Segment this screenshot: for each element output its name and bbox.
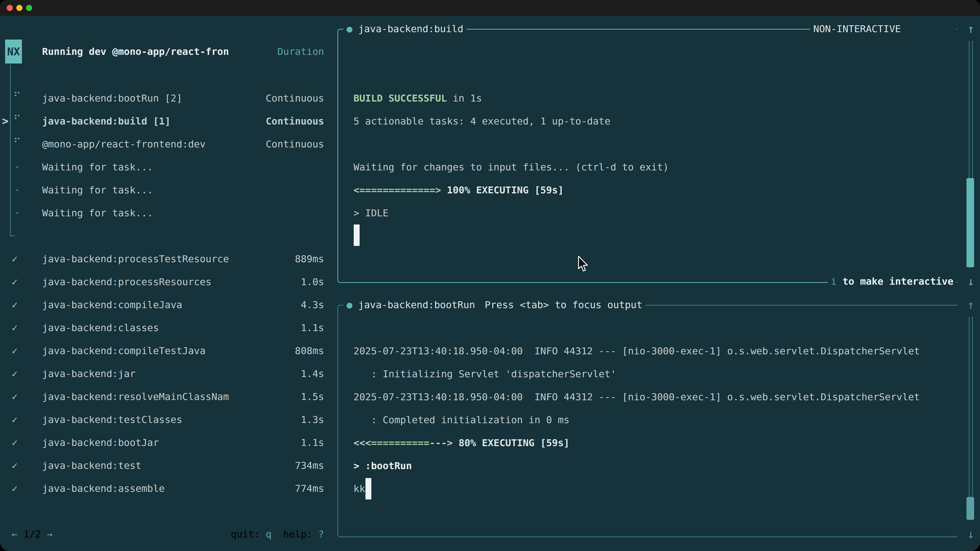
terminal-window: NX Running dev @mono-app/react-fron Dura… bbox=[0, 0, 980, 551]
scroll-down-icon[interactable]: ↓ bbox=[965, 270, 977, 293]
page-indicator: 1/2 bbox=[24, 529, 41, 540]
check-icon: ✓ bbox=[12, 316, 18, 339]
spinner-icon: ⠋ bbox=[13, 133, 21, 151]
task-name: java-backend:compileTestJava bbox=[42, 339, 206, 362]
scroll-up-icon[interactable]: ↑ bbox=[965, 17, 977, 40]
task-duration: Continuous bbox=[266, 133, 324, 156]
scroll-down-icon[interactable]: ↓ bbox=[965, 523, 977, 546]
task-row-done[interactable]: ✓ java-backend:resolveMainClassNam 1.5s bbox=[0, 385, 332, 408]
task-row-frontend-dev[interactable]: ⠋ @mono-app/react-frontend:dev Continuou… bbox=[0, 133, 332, 156]
task-duration: 889ms bbox=[295, 248, 324, 270]
non-interactive-badge: NON-INTERACTIVE bbox=[810, 17, 904, 40]
task-row-done[interactable]: ✓ java-backend:bootJar 1.1s bbox=[0, 431, 332, 454]
task-row-done[interactable]: ✓ java-backend:jar 1.4s bbox=[0, 362, 332, 385]
page-next-icon[interactable]: → bbox=[47, 529, 52, 540]
task-bullet-icon: ● bbox=[347, 299, 352, 310]
task-row-waiting[interactable]: · Waiting for task... bbox=[0, 156, 332, 179]
scrollbar-thumb[interactable] bbox=[966, 178, 974, 267]
build-panel-title: java-backend:build bbox=[358, 23, 463, 35]
quit-label: quit: bbox=[231, 529, 260, 540]
interactive-hint-text: to make interactive bbox=[837, 276, 953, 287]
task-name: java-backend:testClasses bbox=[42, 408, 182, 431]
task-name: java-backend:jar bbox=[42, 362, 135, 385]
interactive-hint-key: i bbox=[831, 276, 837, 287]
task-name: java-backend:compileJava bbox=[42, 293, 182, 316]
task-name: java-backend:build [1] bbox=[42, 110, 170, 133]
task-row-waiting[interactable]: · Waiting for task... bbox=[0, 179, 332, 202]
check-icon: ✓ bbox=[12, 362, 18, 385]
task-duration: 808ms bbox=[295, 339, 324, 362]
task-duration: 1.0s bbox=[301, 270, 324, 293]
check-icon: ✓ bbox=[12, 385, 18, 408]
nx-logo-badge: NX bbox=[5, 40, 22, 64]
task-row-done[interactable]: ✓ java-backend:classes 1.1s bbox=[0, 316, 332, 339]
task-bullet-icon: ● bbox=[347, 23, 352, 35]
task-name: Waiting for task... bbox=[42, 156, 153, 179]
build-waiting-line: Waiting for changes to input files... (c… bbox=[353, 156, 669, 179]
task-name: Waiting for task... bbox=[42, 202, 153, 224]
progress-bar-100: <=============> bbox=[353, 184, 441, 196]
task-name: java-backend:resolveMainClassNam bbox=[42, 385, 229, 408]
waiting-dot-icon: · bbox=[14, 179, 20, 202]
typed-input: kk bbox=[353, 477, 365, 500]
task-row-done[interactable]: ✓ java-backend:processResources 1.0s bbox=[0, 270, 332, 293]
terminal-cursor bbox=[366, 478, 371, 499]
log-line: : Initializing Servlet 'dispatcherServle… bbox=[353, 362, 616, 386]
page-navigation: ← 1/2 → bbox=[12, 523, 52, 546]
help-bar: quit: q help: ? bbox=[231, 523, 324, 546]
task-duration: Continuous bbox=[266, 87, 324, 110]
waiting-dot-icon: · bbox=[14, 202, 20, 224]
terminal-cursor bbox=[354, 224, 360, 246]
task-row-build-selected[interactable]: ⠋ java-backend:build [1] Continuous bbox=[0, 110, 332, 133]
task-name: java-backend:classes bbox=[42, 316, 159, 339]
check-icon: ✓ bbox=[12, 270, 18, 293]
task-row-done[interactable]: ✓ java-backend:assemble 774ms bbox=[0, 477, 332, 500]
page-prev-icon[interactable]: ← bbox=[12, 529, 18, 540]
task-name: java-backend:processResources bbox=[42, 270, 211, 293]
build-panel-footer: i to make interactive bbox=[337, 270, 956, 293]
task-duration: 1.4s bbox=[301, 362, 324, 385]
check-icon: ✓ bbox=[12, 454, 18, 477]
help-label: help: bbox=[283, 529, 312, 540]
log-line: 2025-07-23T13:40:18.950-04:00 INFO 44312… bbox=[353, 386, 920, 408]
bootrun-progress-line: <<<==========---> 80% EXECUTING [59s] bbox=[353, 431, 570, 454]
scrollbar-thumb[interactable] bbox=[966, 497, 974, 520]
check-icon: ✓ bbox=[12, 293, 18, 316]
mouse-pointer-cursor bbox=[577, 256, 589, 273]
task-duration: 1.5s bbox=[301, 385, 324, 408]
task-row-done[interactable]: ✓ java-backend:processTestResource 889ms bbox=[0, 248, 332, 270]
task-row-done[interactable]: ✓ java-backend:testClasses 1.3s bbox=[0, 408, 332, 431]
task-name: java-backend:assemble bbox=[42, 477, 165, 500]
task-row-done[interactable]: ✓ java-backend:compileTestJava 808ms bbox=[0, 339, 332, 362]
duration-column-header: Duration bbox=[277, 40, 324, 63]
task-row-bootrun[interactable]: ⠋ java-backend:bootRun [2] Continuous bbox=[0, 87, 332, 110]
task-row-done[interactable]: ✓ java-backend:test 734ms bbox=[0, 454, 332, 477]
focus-output-hint: Press <tab> to focus output bbox=[478, 293, 646, 316]
build-success-line: BUILD SUCCESSFUL in 1s bbox=[353, 87, 482, 110]
bootrun-panel-title: java-backend:bootRun bbox=[358, 299, 475, 310]
task-duration: 4.3s bbox=[301, 293, 324, 316]
spinner-icon: ⠋ bbox=[13, 87, 21, 106]
task-duration: 1.1s bbox=[301, 431, 324, 454]
task-row-done[interactable]: ✓ java-backend:compileJava 4.3s bbox=[0, 293, 332, 316]
scrollbar-track[interactable] bbox=[969, 317, 973, 497]
sidebar-title: Running dev @mono-app/react-fron bbox=[42, 40, 229, 63]
task-name: @mono-app/react-frontend:dev bbox=[42, 133, 206, 156]
task-duration: 1.1s bbox=[301, 316, 324, 339]
scroll-up-icon[interactable]: ↑ bbox=[965, 293, 977, 316]
progress-bar-80: ========== bbox=[371, 437, 430, 448]
bootrun-panel-header[interactable]: ● java-backend:bootRun Press <tab> to fo… bbox=[337, 293, 956, 316]
task-duration: Continuous bbox=[266, 110, 324, 133]
check-icon: ✓ bbox=[12, 477, 18, 500]
check-icon: ✓ bbox=[12, 339, 18, 362]
check-icon: ✓ bbox=[12, 408, 18, 431]
waiting-dot-icon: · bbox=[14, 156, 20, 179]
log-line: : Completed initialization in 0 ms bbox=[353, 408, 570, 431]
task-row-waiting[interactable]: · Waiting for task... bbox=[0, 202, 332, 224]
task-duration: 734ms bbox=[295, 454, 324, 477]
spinner-icon: ⠋ bbox=[13, 110, 21, 129]
quit-key: q bbox=[266, 529, 272, 540]
task-duration: 774ms bbox=[295, 477, 324, 500]
build-panel-header[interactable]: ● java-backend:build NON-INTERACTIVE bbox=[337, 17, 956, 40]
scrollbar-track[interactable] bbox=[969, 41, 973, 178]
